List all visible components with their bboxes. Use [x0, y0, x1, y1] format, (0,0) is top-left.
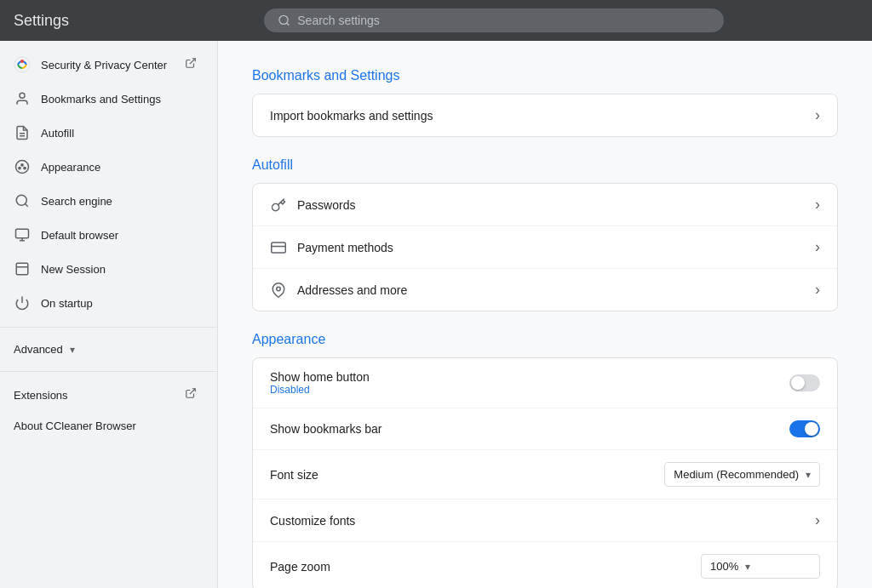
- advanced-label: Advanced: [14, 343, 63, 356]
- home-button-toggle[interactable]: [789, 374, 820, 391]
- page-zoom-value: 100%: [710, 560, 738, 573]
- sidebar-item-default-browser[interactable]: Default browser: [0, 218, 210, 252]
- passwords-label: Passwords: [297, 198, 805, 212]
- sidebar-label-default-browser: Default browser: [41, 229, 118, 242]
- svg-point-8: [16, 161, 29, 174]
- palette-icon: [14, 158, 31, 175]
- autofill-section: Autofill Passwords ›: [252, 157, 838, 311]
- extensions-label: Extensions: [14, 389, 68, 402]
- bookmarks-card: Import bookmarks and settings ›: [252, 94, 838, 137]
- svg-rect-14: [16, 229, 29, 238]
- external-link-icon-ext: [185, 387, 197, 402]
- svg-rect-17: [16, 263, 28, 275]
- main-layout: Security & Privacy Center Bookmarks and …: [0, 41, 872, 588]
- svg-point-5: [20, 93, 25, 98]
- home-button-row[interactable]: Show home button Disabled: [253, 358, 837, 408]
- customize-fonts-label: Customize fonts: [270, 514, 805, 528]
- power-icon: [14, 294, 31, 311]
- svg-line-20: [190, 389, 195, 394]
- sidebar-item-bookmarks[interactable]: Bookmarks and Settings: [0, 82, 210, 116]
- appearance-section: Appearance Show home button Disabled Sho…: [252, 332, 838, 588]
- sidebar-item-extensions[interactable]: Extensions: [0, 379, 210, 411]
- addresses-label: Addresses and more: [297, 283, 805, 297]
- sidebar-label-search-engine: Search engine: [41, 195, 112, 208]
- ccleaner-icon: [14, 56, 31, 73]
- credit-card-icon: [270, 239, 287, 256]
- bookmarks-bar-label: Show bookmarks bar: [270, 422, 779, 436]
- chevron-down-icon: ▾: [70, 344, 75, 356]
- bookmarks-section: Bookmarks and Settings Import bookmarks …: [252, 68, 838, 137]
- main-content: Bookmarks and Settings Import bookmarks …: [218, 41, 872, 588]
- chevron-right-icon-addr: ›: [815, 281, 820, 299]
- svg-point-9: [19, 167, 20, 168]
- sidebar-divider-2: [0, 371, 217, 372]
- chevron-right-fonts: ›: [815, 511, 820, 529]
- document-icon: [14, 124, 31, 141]
- payment-label: Payment methods: [297, 241, 805, 254]
- person-icon: [14, 90, 31, 107]
- chevron-right-icon-pay: ›: [815, 238, 820, 256]
- page-zoom-chevron: ▾: [745, 561, 750, 573]
- page-zoom-label: Page zoom: [270, 560, 691, 574]
- addresses-row[interactable]: Addresses and more ›: [253, 269, 837, 311]
- key-icon: [270, 197, 287, 214]
- window-icon: [14, 260, 31, 277]
- bookmarks-bar-toggle[interactable]: [789, 420, 820, 437]
- import-bookmarks-row[interactable]: Import bookmarks and settings ›: [253, 94, 837, 136]
- bookmarks-section-title: Bookmarks and Settings: [252, 68, 838, 83]
- svg-point-3: [20, 60, 24, 63]
- passwords-row[interactable]: Passwords ›: [253, 184, 837, 226]
- search-input[interactable]: [297, 14, 710, 27]
- sidebar-item-search-engine[interactable]: Search engine: [0, 184, 210, 218]
- chevron-right-icon: ›: [815, 106, 820, 124]
- page-zoom-dropdown[interactable]: 100% ▾: [701, 554, 820, 579]
- sidebar-label-on-startup: On startup: [41, 297, 93, 310]
- font-size-row: Font size Medium (Recommended) ▾: [253, 450, 837, 500]
- page-title: Settings: [14, 12, 116, 30]
- search-bar[interactable]: [264, 9, 724, 32]
- sidebar-label-appearance: Appearance: [41, 161, 100, 174]
- search-icon-sidebar: [14, 192, 31, 209]
- autofill-card: Passwords › Payment methods ›: [252, 183, 838, 311]
- autofill-section-title: Autofill: [252, 157, 838, 173]
- font-size-dropdown[interactable]: Medium (Recommended) ▾: [664, 462, 820, 487]
- page-zoom-row: Page zoom 100% ▾: [253, 542, 837, 588]
- font-size-label: Font size: [270, 468, 654, 482]
- bookmarks-bar-row[interactable]: Show bookmarks bar: [253, 408, 837, 450]
- location-icon: [270, 282, 287, 299]
- svg-point-12: [16, 195, 26, 205]
- customize-fonts-row[interactable]: Customize fonts ›: [253, 500, 837, 542]
- home-button-label: Show home button: [270, 370, 779, 384]
- chevron-right-icon-pw: ›: [815, 196, 820, 214]
- sidebar-label-new-session: New Session: [41, 263, 106, 276]
- search-icon: [278, 14, 290, 27]
- payment-row[interactable]: Payment methods ›: [253, 226, 837, 269]
- svg-point-0: [279, 15, 288, 24]
- sidebar-item-new-session[interactable]: New Session: [0, 252, 210, 286]
- font-size-value: Medium (Recommended): [674, 468, 799, 481]
- svg-point-2: [14, 57, 30, 72]
- svg-rect-21: [272, 243, 286, 253]
- header: Settings: [0, 0, 872, 41]
- svg-line-4: [190, 59, 195, 64]
- sidebar-label-bookmarks: Bookmarks and Settings: [41, 93, 161, 106]
- sidebar-item-security[interactable]: Security & Privacy Center: [0, 48, 210, 82]
- sidebar-advanced[interactable]: Advanced ▾: [0, 334, 217, 364]
- sidebar-item-about[interactable]: About CCleaner Browser: [0, 411, 210, 441]
- home-button-sublabel: Disabled: [270, 384, 779, 396]
- svg-point-11: [24, 167, 26, 168]
- sidebar-item-on-startup[interactable]: On startup: [0, 286, 210, 320]
- sidebar-label-autofill: Autofill: [41, 127, 74, 140]
- appearance-card: Show home button Disabled Show bookmarks…: [252, 357, 838, 588]
- sidebar-item-autofill[interactable]: Autofill: [0, 116, 210, 150]
- svg-line-13: [25, 203, 27, 206]
- svg-point-10: [21, 164, 23, 166]
- import-bookmarks-label: Import bookmarks and settings: [270, 109, 805, 123]
- appearance-section-title: Appearance: [252, 332, 838, 347]
- sidebar: Security & Privacy Center Bookmarks and …: [0, 41, 218, 588]
- external-link-icon: [185, 57, 197, 72]
- sidebar-label-security: Security & Privacy Center: [41, 59, 167, 71]
- monitor-icon: [14, 226, 31, 243]
- sidebar-item-appearance[interactable]: Appearance: [0, 150, 210, 184]
- sidebar-divider-1: [0, 327, 217, 328]
